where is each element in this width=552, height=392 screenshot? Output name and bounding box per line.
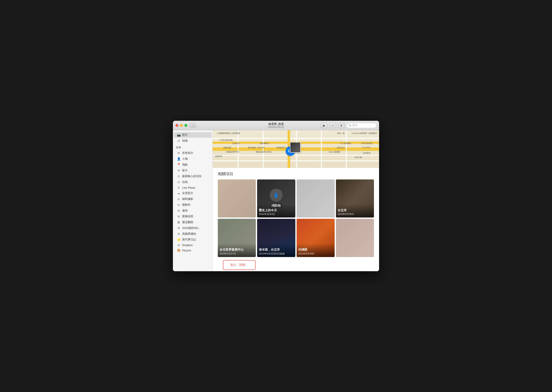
- photos-icon: 📷: [177, 133, 181, 137]
- map-label-18: 法建資訊: [215, 155, 222, 158]
- map-label-6: 延嘉機車行: [260, 142, 269, 145]
- add-button[interactable]: +: [329, 123, 336, 128]
- sidebar-item-screenshots[interactable]: ⊞ 螢幕快照: [174, 214, 212, 219]
- grid-item-6[interactable]: 淡水區，台北市 2013年9月3日至4日旅遊: [257, 219, 295, 257]
- add-memories-label: 加入「回憶」: [230, 263, 248, 266]
- grid-item-overlay-5: 台北世界貿易中心 2015年4月17日: [218, 243, 256, 257]
- slo-mo-icon: ⊙: [177, 203, 181, 207]
- grid-item-7[interactable]: 內湖區 2013年9月30日: [297, 219, 335, 257]
- sidebar: 📷 照片 ↺ 回憶 相簿 ⊞ 所有照片 👤 人物 📍 地點 ⊞: [173, 130, 213, 271]
- sidebar-item-timelapse[interactable]: ⊙ 縮時攝影: [174, 196, 212, 202]
- sidebar-item-photos[interactable]: 📷 照片: [174, 132, 212, 138]
- grid-item-title-5: 台北世界貿易中心: [220, 248, 254, 252]
- recently-deleted-icon: 🗑: [177, 221, 181, 224]
- pokemon-icon: 🌟: [177, 238, 181, 241]
- sidebar-item-videos[interactable]: ⊞ 影片: [174, 168, 212, 173]
- titlebar-center: 台北市, 台北 2015年10月2日: [268, 122, 284, 128]
- play-button[interactable]: ▶: [321, 123, 328, 128]
- sidebar-item-label: 最近刪除: [182, 220, 193, 224]
- map-background: 日會醫療財團法人臺安醫院 Carrefour/家樂福 四海一家 丁丁連鎖藥局 三…: [213, 130, 379, 168]
- grid-item-1[interactable]: [218, 179, 256, 217]
- main-content: 📷 照片 ↺ 回憶 相簿 ⊞ 所有照片 👤 人物 📍 地點 ⊞: [173, 130, 379, 271]
- map-label-sansung: 松山文創園區: [329, 151, 340, 154]
- live-photo-icon: ⊙: [177, 186, 181, 189]
- map-area[interactable]: 日會醫療財團法人臺安醫院 Carrefour/家樂福 四海一家 丁丁連鎖藥局 三…: [213, 130, 379, 168]
- sidebar-item-imports[interactable]: ⊙ 最新輸入的項目: [174, 174, 212, 179]
- sidebar-item-slo-mo[interactable]: ⊙ 慢動作: [174, 202, 212, 208]
- sidebar-item-label: 回憶: [182, 139, 188, 143]
- map-label-2: 四海一家: [337, 132, 345, 135]
- map-label-5: 九份食茶: [232, 142, 240, 145]
- sidebar-item-label: 縮時攝影: [182, 197, 193, 201]
- sidebar-item-recently-deleted[interactable]: 🗑 最近刪除: [174, 219, 212, 225]
- all-photos-icon: ⊞: [177, 152, 181, 154]
- sidebar-item-live-photo[interactable]: ⊙ Live Photo: [174, 185, 212, 190]
- sidebar-item-label: 所有照片: [182, 151, 193, 155]
- grid-item-subtitle-2: 2014年10月2日: [259, 213, 293, 216]
- search-placeholder: 搜尋: [352, 124, 357, 127]
- back-icon: ‹: [193, 124, 193, 127]
- memories-icon: ↺: [177, 139, 181, 142]
- minimize-button[interactable]: [180, 124, 183, 127]
- search-box[interactable]: 🔍 搜尋: [346, 123, 377, 128]
- map-label-10: 教化南路一段161巷: [248, 146, 265, 149]
- sidebar-item-label: 照片: [182, 133, 188, 137]
- maximize-button[interactable]: [185, 124, 187, 127]
- sidebar-section-albums: 相簿: [173, 144, 212, 150]
- sidebar-item-picsart[interactable]: 🎨 PicsArt: [174, 248, 212, 253]
- titlebar-right: ▶ + ⬆ 🔍 搜尋: [321, 123, 377, 128]
- map-label-14: 大腸炮肉專門店: [226, 151, 239, 154]
- sidebar-item-label: 慢動作: [182, 203, 191, 207]
- app-window: ‹ 台北市, 台北 2015年10月2日 ▶ + ⬆ 🔍 搜尋: [173, 121, 379, 271]
- close-button[interactable]: [175, 124, 178, 127]
- share-button[interactable]: ⬆: [338, 123, 345, 128]
- window-subtitle: 2015年10月2日: [268, 126, 284, 128]
- grid-item-subtitle-6: 2013年9月3日至4日旅遊: [259, 252, 293, 255]
- picsart-icon: 🎨: [177, 249, 181, 252]
- grid-item-3[interactable]: [297, 179, 335, 217]
- grid-item-2[interactable]: 👤 消防栓 歷史上的今天 2014年10月2日: [257, 179, 295, 217]
- sidebar-item-people[interactable]: 👤 人物: [174, 156, 212, 162]
- videos-icon: ⊞: [177, 169, 181, 172]
- sidebar-item-hd2016[interactable]: ⚙ 2016後的HD...: [174, 225, 212, 231]
- sidebar-item-places[interactable]: 📍 地點: [174, 162, 212, 168]
- sidebar-item-label: Live Photo: [182, 186, 195, 189]
- map-label-3: 丁丁連鎖藥局: [365, 132, 377, 135]
- sidebar-item-label: 2016後的HD...: [182, 226, 200, 230]
- sidebar-item-panoramas[interactable]: ▬ 全景照片: [174, 190, 212, 196]
- related-title: 相關項目: [218, 171, 374, 176]
- map-label-13: PLAYING: [362, 146, 371, 148]
- sidebar-item-pokemon[interactable]: 🌟 寶可夢日記: [174, 237, 212, 242]
- map-label-7: 不只是圖書館: [340, 142, 351, 145]
- back-button[interactable]: ‹: [190, 123, 196, 128]
- content-area: 日會醫療財團法人臺安醫院 Carrefour/家樂福 四海一家 丁丁連鎖藥局 三…: [213, 130, 379, 271]
- sidebar-item-train-tickets[interactable]: ⊞ 高鐵票備份: [174, 231, 212, 237]
- sidebar-item-memories[interactable]: ↺ 回憶: [174, 138, 212, 144]
- sidebar-item-label: PicsArt: [182, 249, 191, 252]
- burst-icon: ⊞: [177, 209, 181, 212]
- related-section: 相關項目 👤 消防栓: [213, 168, 379, 271]
- map-label-8: 永和豆漿老店: [361, 142, 373, 145]
- grid-item-overlay-4: 台北市 2015年5月30日: [336, 204, 374, 217]
- map-label-1: 日會醫療財團法人臺安醫院: [217, 132, 240, 135]
- sidebar-item-label: Dropbox: [182, 244, 193, 247]
- sidebar-item-label: 人物: [182, 157, 188, 161]
- map-label-11: 全聯福利中心: [276, 146, 288, 149]
- selfies-icon: ⊙: [177, 180, 181, 184]
- hd2016-icon: ⚙: [177, 226, 181, 230]
- sidebar-item-label: 影片: [182, 168, 188, 172]
- grid-item-5[interactable]: 台北世界貿易中心 2015年4月17日: [218, 219, 256, 257]
- sidebar-item-all-photos[interactable]: ⊞ 所有照片: [174, 150, 212, 156]
- sidebar-item-dropbox[interactable]: ⊞ Dropbox: [174, 243, 212, 248]
- grid-item-subtitle-5: 2015年4月17日: [220, 252, 254, 255]
- grid-item-8[interactable]: [336, 219, 374, 257]
- grid-item-4[interactable]: 台北市 2015年5月30日: [336, 179, 374, 217]
- add-memories-button[interactable]: 加入「回憶」: [223, 260, 255, 270]
- sidebar-item-selfies[interactable]: ⊙ 自拍: [174, 179, 212, 185]
- sidebar-item-label: 寶可夢日記: [182, 238, 196, 242]
- sidebar-item-burst[interactable]: ⊞ 連拍: [174, 208, 212, 213]
- map-photo-thumbnail[interactable]: [290, 142, 301, 153]
- sidebar-item-label: 地點: [182, 163, 188, 167]
- share-icon: ⬆: [340, 124, 343, 127]
- grid-item-subtitle-4: 2015年5月30日: [338, 213, 372, 216]
